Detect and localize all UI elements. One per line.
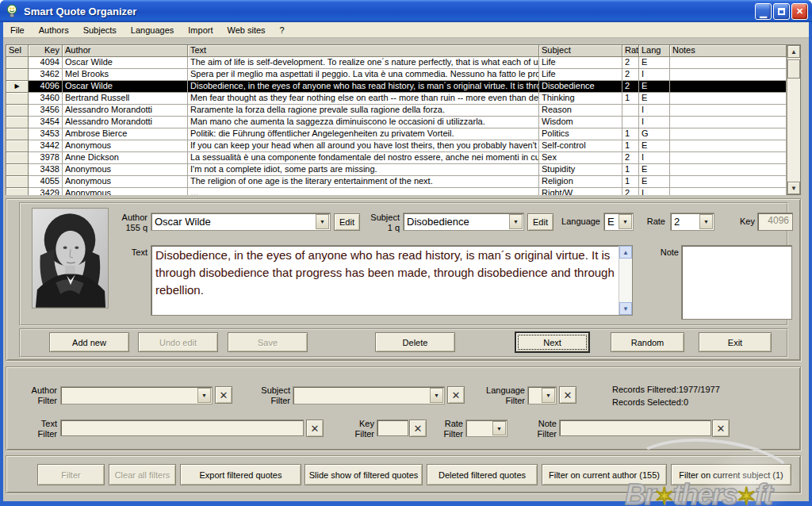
scroll-down-icon[interactable]: ▼ <box>619 302 632 315</box>
row-selector-cell[interactable] <box>6 140 29 152</box>
edit-subject-button[interactable]: Edit <box>527 213 553 231</box>
column-header-lang[interactable]: Lang <box>639 45 670 57</box>
deleted-filtered-quotes-button[interactable]: Deleted filtered quotes <box>427 464 538 485</box>
menu-bar: File Authors Subjects Languages Import W… <box>3 22 809 38</box>
chevron-down-icon[interactable]: ▼ <box>430 388 443 403</box>
random-button[interactable]: Random <box>611 332 684 352</box>
chevron-down-icon[interactable]: ▼ <box>197 388 211 403</box>
rate-filter-select[interactable]: ▼ <box>465 420 508 437</box>
menu-item-subjects[interactable]: Subjects <box>76 24 124 36</box>
chevron-down-icon[interactable]: ▼ <box>619 214 632 229</box>
table-row[interactable]: 3453 Ambrose Bierce Politik: die Führung… <box>6 128 787 140</box>
clear-key-filter-button[interactable]: ✕ <box>409 420 427 437</box>
subject-filter-select[interactable]: ▼ <box>293 386 445 404</box>
subject-select[interactable]: Disobedience ▼ <box>403 213 524 231</box>
table-row[interactable]: 3456 Alessandro Morandotti Raramente la … <box>6 105 787 117</box>
row-notes-cell <box>670 57 787 69</box>
scroll-up-icon[interactable]: ▲ <box>619 246 632 259</box>
row-selector-cell[interactable] <box>6 188 29 195</box>
text-filter-input[interactable] <box>60 420 304 436</box>
language-select[interactable]: E ▼ <box>603 213 634 231</box>
filter-button: Filter <box>37 464 105 485</box>
row-selector-cell[interactable] <box>6 152 29 164</box>
row-lang-cell: E <box>639 81 670 93</box>
slide-show-button[interactable]: Slide show of filtered quotes <box>304 464 423 485</box>
scroll-down-icon[interactable]: ▼ <box>787 182 800 194</box>
clear-text-filter-button[interactable]: ✕ <box>306 420 324 437</box>
close-button[interactable]: ✕ <box>791 3 808 20</box>
menu-item-web-sites[interactable]: Web sites <box>220 24 273 36</box>
rate-select[interactable]: 2 ▼ <box>670 213 714 231</box>
clear-language-filter-button[interactable]: ✕ <box>559 386 576 404</box>
author-filter-select[interactable]: ▼ <box>60 386 213 404</box>
table-row[interactable]: 4094 Oscar Wilde The aim of life is self… <box>6 57 787 69</box>
menu-item-file[interactable]: File <box>3 24 32 36</box>
export-filtered-quotes-button[interactable]: Export filtered quotes <box>180 464 301 485</box>
column-header-key[interactable]: Key <box>29 45 63 57</box>
row-selector-cell[interactable] <box>6 176 29 188</box>
column-header-text[interactable]: Text <box>188 45 539 57</box>
table-row[interactable]: 3429 Anonymous … Right/W 2 I <box>6 188 787 195</box>
clear-subject-filter-button[interactable]: ✕ <box>447 386 465 404</box>
column-header-rate[interactable]: Rate <box>622 45 639 57</box>
table-row[interactable]: 3462 Mel Brooks Spera per il meglio ma a… <box>6 69 787 81</box>
table-row[interactable]: 3454 Alessandro Morandotti Man mano che … <box>6 117 787 128</box>
filter-current-subject-button[interactable]: Filter on current subject (1) <box>671 464 791 485</box>
menu-item-help[interactable]: ? <box>273 24 292 36</box>
language-filter-select[interactable]: ▼ <box>527 386 557 404</box>
next-button[interactable]: Next <box>515 332 590 353</box>
column-header-subject[interactable]: Subject <box>539 45 622 57</box>
table-row[interactable]: 3438 Anonymous I'm not a complete idiot,… <box>6 164 787 176</box>
chevron-down-icon[interactable]: ▼ <box>699 214 713 229</box>
table-row[interactable]: 3978 Anne Dickson La sessualità è una co… <box>6 152 787 164</box>
note-filter-input[interactable] <box>559 420 711 436</box>
row-text-cell: Man mano che aumenta la saggezza diminui… <box>188 117 539 128</box>
row-selector-cell[interactable]: ▶ <box>6 81 29 93</box>
filter-current-author-button[interactable]: Filter on current author (155) <box>542 464 667 485</box>
clear-note-filter-button[interactable]: ✕ <box>712 420 730 437</box>
row-rate-cell: 2 <box>622 81 639 93</box>
scrollbar-thumb[interactable] <box>787 59 800 79</box>
add-new-button[interactable]: Add new <box>49 332 129 352</box>
note-box[interactable] <box>681 245 792 320</box>
clear-author-filter-button[interactable]: ✕ <box>215 386 232 404</box>
row-selector-cell[interactable] <box>6 93 29 105</box>
table-row[interactable]: 3442 Anonymous If you can keep your head… <box>6 140 787 152</box>
row-rate-cell: 1 <box>622 140 639 152</box>
column-header-notes[interactable]: Notes <box>670 45 787 57</box>
menu-item-authors[interactable]: Authors <box>32 24 76 36</box>
key-filter-input[interactable] <box>377 420 408 436</box>
chevron-down-icon[interactable]: ▼ <box>542 388 555 403</box>
column-header-author[interactable]: Author <box>63 45 188 57</box>
column-header-sel[interactable]: Sel <box>6 45 29 57</box>
edit-author-button[interactable]: Edit <box>334 213 360 231</box>
row-rate-cell: 1 <box>622 164 639 176</box>
table-scrollbar[interactable]: ▲ ▼ <box>787 45 800 194</box>
table-row[interactable]: 3460 Bertrand Russell Men fear thought a… <box>6 93 787 105</box>
row-selector-cell[interactable] <box>6 128 29 140</box>
scroll-up-icon[interactable]: ▲ <box>787 45 800 58</box>
exit-button[interactable]: Exit <box>699 332 772 352</box>
menu-item-import[interactable]: Import <box>181 24 220 36</box>
delete-button[interactable]: Delete <box>375 332 455 352</box>
minimize-button[interactable]: ▁ <box>755 3 772 20</box>
rate-filter-label: RateFilter <box>436 419 463 439</box>
maximize-button[interactable] <box>773 3 790 20</box>
row-selector-cell[interactable] <box>6 57 29 69</box>
quote-text-box[interactable]: Disobedience, in the eyes of anyone who … <box>151 245 633 316</box>
chevron-down-icon[interactable]: ▼ <box>492 421 506 435</box>
row-selector-cell[interactable] <box>6 105 29 117</box>
subject-label: Subject1 q <box>360 213 400 233</box>
row-author-cell: Oscar Wilde <box>63 57 188 69</box>
chevron-down-icon[interactable]: ▼ <box>509 214 523 229</box>
quote-scrollbar[interactable]: ▲ ▼ <box>619 246 632 315</box>
row-selector-cell[interactable] <box>6 164 29 176</box>
author-select[interactable]: Oscar Wilde ▼ <box>151 213 331 231</box>
row-selector-cell[interactable] <box>6 69 29 81</box>
table-row[interactable]: 4055 Anonymous The religion of one age i… <box>6 176 787 188</box>
menu-item-languages[interactable]: Languages <box>124 24 181 36</box>
chevron-down-icon[interactable]: ▼ <box>316 214 329 229</box>
table-row[interactable]: ▶ 4096 Oscar Wilde Disobedience, in the … <box>6 81 787 93</box>
row-notes-cell <box>670 188 787 195</box>
row-selector-cell[interactable] <box>6 117 29 128</box>
